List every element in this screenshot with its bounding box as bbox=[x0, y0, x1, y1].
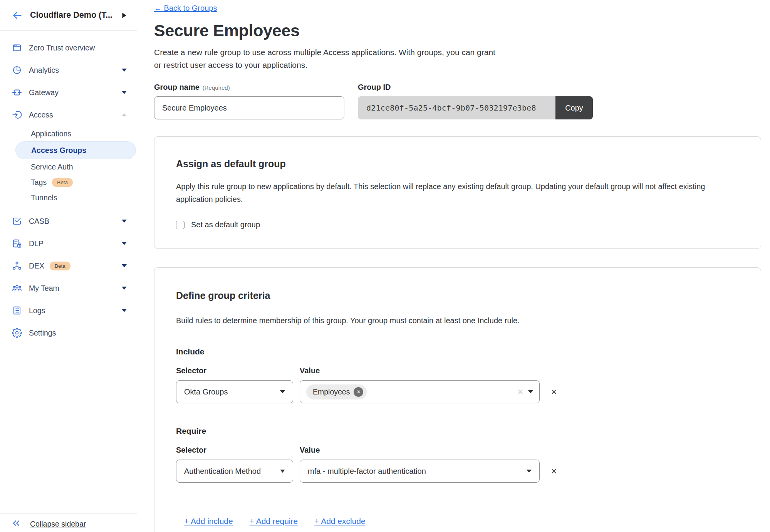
assign-default-description-line1: Apply this rule group to new application… bbox=[176, 180, 739, 193]
sidebar-item-label: Tags bbox=[31, 178, 47, 187]
sidebar-item-label: DEX bbox=[29, 262, 44, 270]
require-selector-label: Selector bbox=[176, 446, 293, 455]
gear-icon bbox=[12, 328, 22, 338]
sidebar-item-gateway[interactable]: Gateway bbox=[0, 81, 137, 104]
sidebar-item-service-auth[interactable]: Service Auth bbox=[0, 159, 137, 175]
remove-require-rule-icon[interactable]: ✕ bbox=[551, 467, 739, 476]
page-description-line1: Create a new rule group to use across mu… bbox=[154, 46, 761, 59]
chevron-down-icon bbox=[280, 470, 285, 473]
sidebar-item-dex[interactable]: DEX Beta bbox=[0, 255, 137, 277]
sidebar-item-casb[interactable]: CASB bbox=[0, 210, 137, 232]
assign-default-description-line2: application policies. bbox=[176, 193, 739, 206]
set-default-group-row: Set as default group bbox=[176, 220, 739, 229]
chevron-down-icon[interactable] bbox=[122, 69, 127, 72]
sidebar-item-access[interactable]: Access bbox=[0, 104, 137, 126]
employees-chip: Employees ✕ bbox=[306, 384, 367, 399]
sidebar-item-label: DLP bbox=[29, 239, 44, 248]
require-labels-row: Selector Value bbox=[176, 446, 739, 455]
include-labels-row: Selector Value bbox=[176, 366, 739, 375]
sidebar-item-settings[interactable]: Settings bbox=[0, 322, 137, 344]
chip-remove-icon[interactable]: ✕ bbox=[354, 387, 363, 397]
account-title: Cloudflare Demo (T... bbox=[30, 10, 122, 20]
double-chevron-left-icon bbox=[12, 519, 21, 529]
add-rule-links: + Add include + Add require + Add exclud… bbox=[184, 517, 739, 526]
page-description-line2: or restrict user access to your applicat… bbox=[154, 59, 761, 71]
sidebar-item-label: Service Auth bbox=[31, 163, 73, 171]
add-exclude-link[interactable]: + Add exclude bbox=[314, 517, 366, 526]
sidebar-item-label: Analytics bbox=[29, 66, 59, 75]
define-criteria-title: Define group criteria bbox=[176, 290, 739, 301]
sidebar: Cloudflare Demo (T... Zero Trust overvie… bbox=[0, 0, 137, 532]
beta-badge: Beta bbox=[50, 262, 70, 270]
add-include-link[interactable]: + Add include bbox=[184, 517, 233, 526]
sidebar-item-access-groups[interactable]: Access Groups bbox=[15, 141, 136, 159]
sidebar-item-zero-trust-overview[interactable]: Zero Trust overview bbox=[0, 37, 137, 59]
sidebar-item-label: Settings bbox=[29, 329, 56, 337]
chevron-down-icon[interactable] bbox=[122, 91, 127, 94]
collapse-sidebar-label: Collapse sidebar bbox=[30, 520, 86, 529]
sidebar-item-label: Access bbox=[29, 111, 53, 119]
sidebar-header: Cloudflare Demo (T... bbox=[0, 0, 137, 31]
group-name-input[interactable] bbox=[154, 96, 344, 119]
chevron-down-icon[interactable] bbox=[122, 287, 127, 290]
collapse-sidebar-button[interactable]: Collapse sidebar bbox=[0, 513, 137, 532]
casb-icon bbox=[12, 216, 22, 227]
beta-badge: Beta bbox=[52, 178, 73, 187]
pie-chart-icon bbox=[12, 65, 22, 76]
sidebar-nav: Zero Trust overview Analytics Gateway bbox=[0, 31, 137, 344]
sidebar-item-label: Logs bbox=[29, 306, 45, 315]
chevron-up-icon[interactable] bbox=[122, 113, 127, 116]
sidebar-item-applications[interactable]: Applications bbox=[0, 126, 137, 141]
copy-button[interactable]: Copy bbox=[555, 96, 593, 119]
group-name-field-block: Group name(Required) bbox=[154, 83, 344, 119]
define-group-criteria-card: Define group criteria Build rules to det… bbox=[154, 267, 761, 532]
assign-default-group-title: Assign as default group bbox=[176, 158, 739, 170]
include-selector-dropdown[interactable]: Okta Groups bbox=[176, 380, 293, 403]
set-default-group-checkbox[interactable] bbox=[176, 221, 185, 229]
required-label: (Required) bbox=[203, 84, 230, 91]
chevron-down-icon[interactable] bbox=[122, 220, 127, 223]
require-selector-value: Authentication Method bbox=[184, 467, 275, 476]
zero-trust-dashboard: Cloudflare Demo (T... Zero Trust overvie… bbox=[0, 0, 770, 532]
require-value-label: Value bbox=[300, 446, 540, 455]
sidebar-item-tags[interactable]: Tags Beta bbox=[0, 175, 137, 190]
sidebar-item-label: CASB bbox=[29, 217, 49, 226]
group-id-block: Group ID d21ce80f-5a25-4bcf-9b07-5032197… bbox=[358, 83, 593, 119]
sidebar-item-label: Applications bbox=[31, 129, 71, 138]
define-criteria-description: Build rules to determine membership of t… bbox=[176, 314, 739, 327]
chevron-down-icon bbox=[528, 390, 533, 393]
sidebar-item-my-team[interactable]: My Team bbox=[0, 277, 137, 299]
dex-icon bbox=[12, 261, 22, 271]
group-name-id-row: Group name(Required) Group ID d21ce80f-5… bbox=[154, 83, 761, 119]
page-title: Secure Employees bbox=[154, 21, 761, 40]
require-value-text: mfa - multiple-factor authentication bbox=[308, 467, 522, 476]
chevron-down-icon[interactable] bbox=[122, 264, 127, 267]
chevron-down-icon[interactable] bbox=[122, 309, 127, 312]
group-name-label: Group name bbox=[154, 83, 200, 91]
require-heading: Require bbox=[176, 426, 739, 436]
back-to-groups-link[interactable]: ← Back to Groups bbox=[154, 4, 217, 13]
team-icon bbox=[12, 283, 22, 294]
sidebar-item-dlp[interactable]: DLP bbox=[0, 232, 137, 255]
sidebar-item-label: Access Groups bbox=[31, 146, 86, 155]
sidebar-item-logs[interactable]: Logs bbox=[0, 299, 137, 322]
logs-icon bbox=[12, 305, 22, 316]
sidebar-item-tunnels[interactable]: Tunnels bbox=[0, 190, 137, 205]
clear-value-icon[interactable]: ✕ bbox=[517, 388, 523, 396]
assign-default-group-card: Assign as default group Apply this rule … bbox=[154, 136, 761, 249]
require-selector-dropdown[interactable]: Authentication Method bbox=[176, 460, 293, 483]
require-value-dropdown[interactable]: mfa - multiple-factor authentication bbox=[300, 460, 540, 483]
back-arrow-icon[interactable] bbox=[12, 10, 23, 21]
chevron-down-icon[interactable] bbox=[122, 242, 127, 245]
group-id-label: Group ID bbox=[358, 83, 593, 92]
page-description: Create a new rule group to use across mu… bbox=[154, 46, 761, 71]
sidebar-item-analytics[interactable]: Analytics bbox=[0, 59, 137, 81]
include-value-multiselect[interactable]: Employees ✕ ✕ bbox=[300, 380, 540, 403]
add-require-link[interactable]: + Add require bbox=[250, 517, 298, 526]
sidebar-item-label: Tunnels bbox=[31, 193, 57, 202]
window-icon bbox=[12, 43, 22, 53]
caret-right-icon[interactable] bbox=[122, 13, 127, 18]
include-rule-row: Okta Groups Employees ✕ ✕ ✕ bbox=[176, 380, 739, 403]
dlp-icon bbox=[12, 238, 22, 249]
remove-include-rule-icon[interactable]: ✕ bbox=[551, 388, 739, 396]
